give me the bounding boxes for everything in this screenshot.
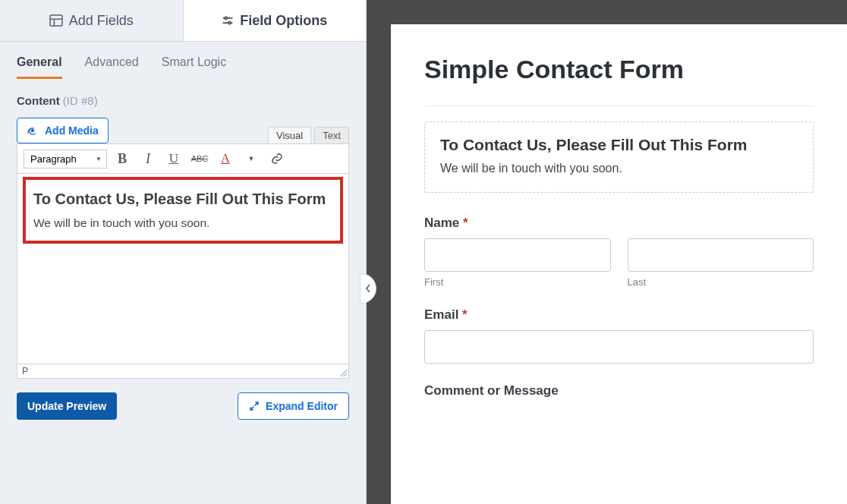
editor: Paragraph B I U ABC A ▼ To Contact Us, P… xyxy=(0,143,366,379)
sub-tabs: General Advanced Smart Logic xyxy=(0,42,366,79)
email-input[interactable] xyxy=(424,330,814,364)
html-field[interactable]: To Contact Us, Please Fill Out This Form… xyxy=(424,121,814,193)
last-name-sublabel: Last xyxy=(628,276,814,288)
tab-add-fields-label: Add Fields xyxy=(69,13,134,29)
required-mark: * xyxy=(463,216,468,230)
editor-tab-visual[interactable]: Visual xyxy=(268,127,311,143)
subtab-smart-logic[interactable]: Smart Logic xyxy=(162,55,226,79)
content-label: Content (ID #8) xyxy=(0,79,366,118)
left-panel: Add Fields Field Options General Advance… xyxy=(0,0,367,504)
expand-icon xyxy=(249,401,260,411)
required-mark: * xyxy=(462,307,468,322)
content-label-text: Content xyxy=(17,94,60,107)
content-id: (ID #8) xyxy=(63,94,98,107)
email-label: Email * xyxy=(424,307,814,323)
tab-add-fields[interactable]: Add Fields xyxy=(0,0,183,42)
tab-field-options-label: Field Options xyxy=(240,13,327,29)
first-name-input[interactable] xyxy=(424,238,611,272)
editor-resize-handle[interactable] xyxy=(339,369,347,376)
strikethrough-button[interactable]: ABC xyxy=(189,149,210,169)
format-select[interactable]: Paragraph xyxy=(24,150,107,169)
svg-rect-0 xyxy=(50,15,62,26)
editor-tab-text[interactable]: Text xyxy=(314,127,349,143)
tab-field-options[interactable]: Field Options xyxy=(183,0,367,42)
expand-editor-label: Expand Editor xyxy=(266,400,338,412)
fields-icon xyxy=(49,14,63,27)
email-field: Email * xyxy=(424,307,814,364)
editor-highlight-box: To Contact Us, Please Fill Out This Form… xyxy=(23,177,343,244)
html-field-heading: To Contact Us, Please Fill Out This Form xyxy=(440,136,798,154)
media-icon xyxy=(27,125,39,136)
editor-body[interactable]: To Contact Us, Please Fill Out This Form… xyxy=(17,173,349,364)
editor-element-path: P xyxy=(17,364,349,379)
top-tabs: Add Fields Field Options xyxy=(0,0,366,42)
chevron-left-icon xyxy=(365,284,371,293)
sliders-icon xyxy=(222,14,234,27)
editor-paragraph: We will be in touch with you soon. xyxy=(33,216,332,230)
comment-field: Comment or Message xyxy=(424,383,814,398)
html-field-paragraph: We will be in touch with you soon. xyxy=(440,162,798,175)
preview-form-card: Simple Contact Form To Contact Us, Pleas… xyxy=(391,24,847,504)
italic-button[interactable]: I xyxy=(137,149,159,169)
add-media-label: Add Media xyxy=(45,124,99,137)
comment-label: Comment or Message xyxy=(424,383,814,398)
form-title: Simple Contact Form xyxy=(424,55,814,106)
text-color-menu[interactable]: ▼ xyxy=(241,149,262,169)
bold-button[interactable]: B xyxy=(112,149,133,169)
svg-point-7 xyxy=(32,130,34,132)
link-button[interactable] xyxy=(266,149,288,169)
preview-panel: Simple Contact Form To Contact Us, Pleas… xyxy=(367,0,847,504)
svg-point-6 xyxy=(228,22,231,24)
underline-button[interactable]: U xyxy=(163,149,184,169)
expand-editor-button[interactable]: Expand Editor xyxy=(238,392,349,420)
name-label: Name * xyxy=(424,216,814,231)
name-field: Name * First Last xyxy=(424,216,814,288)
editor-toolbar: Paragraph B I U ABC A ▼ xyxy=(17,143,349,173)
subtab-general[interactable]: General xyxy=(17,55,62,79)
svg-point-4 xyxy=(225,17,227,19)
text-color-button[interactable]: A xyxy=(215,149,236,169)
add-media-button[interactable]: Add Media xyxy=(17,118,109,143)
last-name-input[interactable] xyxy=(628,238,814,272)
first-name-sublabel: First xyxy=(424,276,611,288)
editor-mode-tabs: Visual Text xyxy=(268,127,349,143)
editor-heading: To Contact Us, Please Fill Out This Form xyxy=(33,189,332,209)
update-preview-button[interactable]: Update Preview xyxy=(17,392,117,420)
subtab-advanced[interactable]: Advanced xyxy=(85,55,139,79)
